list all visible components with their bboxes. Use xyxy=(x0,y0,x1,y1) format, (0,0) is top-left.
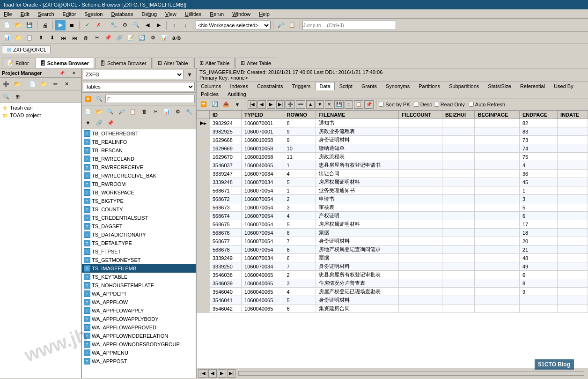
nav-del-btn[interactable]: ➖ xyxy=(296,100,305,109)
new-btn[interactable]: 📄 xyxy=(2,20,12,30)
tab-alter-table-2[interactable]: ⊞ Alter Table xyxy=(194,58,235,68)
tb8[interactable]: 🔎 xyxy=(276,20,286,30)
mid-tb1[interactable]: 📄 xyxy=(83,106,93,117)
table-row[interactable]: ▶398292410600700018通知书82 xyxy=(197,119,588,127)
t2b4[interactable]: ⬆ xyxy=(36,33,46,43)
table-row[interactable]: 354604110600400655身份证明材料 xyxy=(197,296,588,305)
bottom-nav2[interactable]: ◀ xyxy=(208,369,217,378)
table-row[interactable]: 354603910600400653住房情况分户普查表8 xyxy=(197,279,588,288)
t2b10[interactable]: 📌 xyxy=(103,33,113,43)
mid-tb4[interactable]: 🔎 xyxy=(117,106,127,117)
table-row[interactable]: 354604210600400656集资建房合同 xyxy=(197,305,588,313)
t2b5[interactable]: ⬇ xyxy=(47,33,57,43)
detail-tab-subpartitions[interactable]: Subpartitions xyxy=(445,82,483,90)
proj-expand-btn[interactable]: ⊞ xyxy=(12,91,22,102)
print-btn[interactable]: 🖨 xyxy=(40,20,50,30)
tb5[interactable]: ▶ xyxy=(154,20,164,30)
table-item[interactable]: TWA_APPFLOWAPPROVED xyxy=(82,323,196,332)
autorefresh-checkbox[interactable] xyxy=(469,102,474,107)
detail-tab-columns[interactable]: Columns xyxy=(197,82,225,90)
menu-help[interactable]: Help xyxy=(257,11,272,17)
workspace-select[interactable]: <No Workspace selected> xyxy=(196,21,271,30)
table-item[interactable]: TWA_APPFLOWAPPLYBODY xyxy=(82,315,196,323)
table-item[interactable]: TTB_WORKSPACE xyxy=(82,188,196,197)
proj-btn2[interactable]: 📁 xyxy=(39,79,49,89)
table-row[interactable]: 56867810600700548房地产权属登记查询问笔录21 xyxy=(197,245,588,254)
tab-alter-table-1[interactable]: ⊞ Alter Table xyxy=(153,58,193,68)
t2b6[interactable]: ⏮ xyxy=(58,33,68,43)
menu-edit[interactable]: Edit xyxy=(19,11,31,17)
tb2[interactable]: ⚙ xyxy=(120,20,130,30)
add-project-btn[interactable]: ➕ xyxy=(1,79,11,89)
table-row[interactable]: 333924910600700346票据48 xyxy=(197,254,588,262)
table-row[interactable]: 56867310600700543审核表5 xyxy=(197,203,588,212)
table-item[interactable]: TTS_COUNTY xyxy=(82,205,196,214)
table-item[interactable]: TTS_GETMONEYSET xyxy=(82,256,196,264)
menu-utilities[interactable]: Utilities xyxy=(183,11,203,17)
grid-drop-btn[interactable]: ▼ xyxy=(232,99,243,110)
table-item[interactable]: TTB_RWRECLAND xyxy=(82,155,196,163)
bottom-nav4[interactable]: ▶| xyxy=(227,369,236,378)
table-item[interactable]: TTB_RESCAN xyxy=(82,146,196,155)
nav-add-btn[interactable]: ➕ xyxy=(286,100,295,109)
table-row[interactable]: 56867610600700546票据18 xyxy=(197,229,588,237)
table-item[interactable]: TTS_FTPSET xyxy=(82,247,196,256)
table-item[interactable]: TTS_BIGTYPE xyxy=(82,197,196,205)
col-header-typeid[interactable]: TYPEID xyxy=(242,111,284,119)
grid-filter-btn[interactable]: 🔽 xyxy=(198,99,209,110)
horizontal-scrollbar[interactable] xyxy=(238,371,584,376)
table-row[interactable]: 333924710600700344出让合同36 xyxy=(197,170,588,178)
schema-selector[interactable]: ZXFG xyxy=(83,70,184,79)
detail-tab-policies[interactable]: Policies xyxy=(197,90,223,98)
detail-tab-stats/size[interactable]: Stats/Size xyxy=(484,82,515,90)
mid-tb5[interactable]: 📋 xyxy=(128,106,138,117)
detail-tab-constraints[interactable]: Constraints xyxy=(253,82,287,90)
t2b12[interactable]: 📝 xyxy=(125,33,136,43)
col-header-endpage[interactable]: ENDPAGE xyxy=(519,111,557,119)
nav-sort-btn[interactable]: ↕ xyxy=(345,100,353,109)
menu-database[interactable]: Database xyxy=(110,11,135,17)
stop-btn[interactable]: ⏹ xyxy=(66,20,77,30)
mid-tb11[interactable]: ▼ xyxy=(83,118,93,128)
tb1[interactable]: 🔧 xyxy=(109,20,119,30)
nav-first-btn[interactable]: |◀ xyxy=(248,100,257,109)
detail-tab-script[interactable]: Script xyxy=(335,82,357,90)
detail-tab-referential[interactable]: Referential xyxy=(516,82,549,90)
tab-schema-browser-1[interactable]: 🗄 Schema Browser xyxy=(35,58,94,68)
menu-rerun[interactable]: Rerun xyxy=(208,11,226,17)
col-header-beginpage[interactable]: BEGINPAGE xyxy=(475,111,519,119)
col-header-rowno[interactable]: ROWNO xyxy=(284,111,316,119)
commit-btn[interactable]: ✓ xyxy=(82,20,92,30)
rollback-btn[interactable]: ✗ xyxy=(93,20,103,30)
col-header-beizhui[interactable]: BEIZHUI xyxy=(442,111,475,119)
object-type-selector[interactable]: Tables xyxy=(83,82,195,91)
proj-filter-btn[interactable]: 🔍 xyxy=(1,91,11,102)
table-item[interactable]: TTS_DATADICTIONARY xyxy=(82,230,196,239)
table-item[interactable]: TTB_REALINFO xyxy=(82,138,196,146)
table-row[interactable]: 354603710600400651忠县房屋所有权登记申请书4 xyxy=(197,161,588,170)
mid-tb6[interactable]: 🗑 xyxy=(139,106,149,117)
menu-editor[interactable]: Editor xyxy=(61,11,78,17)
nav-prev-btn[interactable]: ◀ xyxy=(257,100,266,109)
table-item[interactable]: TWA_APPPOST xyxy=(82,357,196,365)
save-btn[interactable]: 💾 xyxy=(24,20,35,30)
table-row[interactable]: 354604010600400654房屋产权登记已现场查勘表9 xyxy=(197,288,588,296)
open-btn[interactable]: 📂 xyxy=(13,20,23,30)
detail-tab-indexes[interactable]: Indexes xyxy=(226,82,252,90)
t2b11[interactable]: 🔗 xyxy=(114,33,125,43)
tree-item-trash[interactable]: 🗑 Trash can xyxy=(1,104,80,111)
mid-tb7[interactable]: ✂ xyxy=(150,106,161,117)
schema-nav-btn[interactable]: ▼ xyxy=(184,69,195,80)
grid-refresh-btn[interactable]: 🔄 xyxy=(210,99,220,110)
table-item[interactable]: TTS_DETAILTYPE xyxy=(82,239,196,247)
table-item[interactable]: TWA_APPMENU xyxy=(82,349,196,357)
mid-tb13[interactable]: 📌 xyxy=(105,118,116,128)
table-item[interactable]: TWA_APPFLOW xyxy=(82,298,196,306)
table-item[interactable]: TTB_RWRECRECEIVE_BAK xyxy=(82,171,196,180)
desc-checkbox[interactable] xyxy=(414,102,419,107)
bottom-nav1[interactable]: |◀ xyxy=(198,369,207,378)
menu-debug[interactable]: Debug xyxy=(140,11,159,17)
table-item[interactable]: TTS_DAGSET xyxy=(82,222,196,230)
table-item[interactable]: TWA_APPFLOWNODESBODYGROUP xyxy=(82,340,196,349)
tb7[interactable]: ↓ xyxy=(180,20,191,30)
